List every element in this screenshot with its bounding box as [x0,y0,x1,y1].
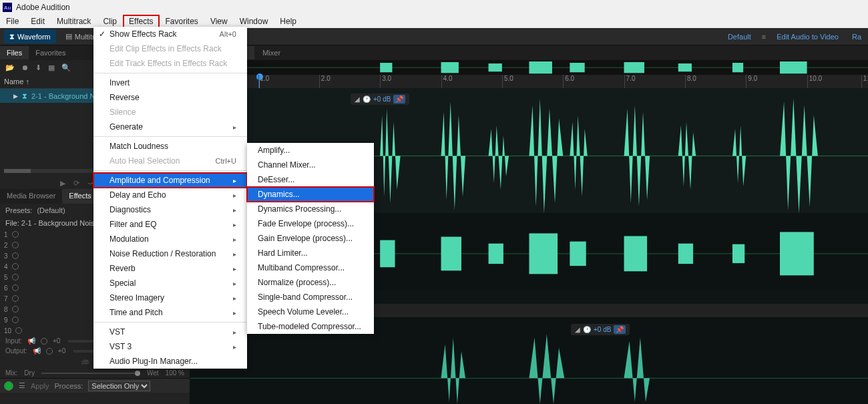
slider-thumb[interactable] [135,371,140,376]
hud-db[interactable]: +0 dB [594,326,611,333]
time-ruler[interactable]: 1.0 2.0 3.0 4.0 5.0 6.0 7.0 8.0 9.0 10.0… [190,75,868,88]
input-value[interactable]: +0 [53,337,60,345]
hud-db[interactable]: +0 dB [373,95,391,103]
submenu-item[interactable]: Gain Envelope (process)... [247,231,374,246]
editor-tabs[interactable]: und Noise.wav Mixer [190,45,868,60]
record-icon[interactable]: ⏺ [21,63,29,71]
power-icon[interactable] [12,231,19,238]
presets-value[interactable]: (Default) [37,206,65,214]
power-icon[interactable] [12,284,19,291]
workspace-trunc[interactable]: Ra [845,33,868,41]
tab-media-browser[interactable]: Media Browser [0,189,62,204]
power-icon[interactable] [41,338,47,345]
overview-strip[interactable] [190,60,868,75]
process-row[interactable]: ☰ Apply Process: Selection Only [0,378,190,393]
menu-help[interactable]: Help [274,15,302,28]
power-icon[interactable] [12,263,19,270]
submenu-item[interactable]: Speech Volume Leveler... [247,305,374,319]
workspace-default[interactable]: Default [721,33,758,41]
power-icon[interactable] [46,348,53,355]
autoplay-icon[interactable]: ⤻ [87,179,93,188]
submenu-item[interactable]: Multiband Compressor... [247,260,374,275]
workspace-edit-av[interactable]: Edit Audio to Video [770,33,845,41]
scroll-thumb[interactable] [4,169,31,173]
fade-icon[interactable]: ◢ [575,326,580,333]
menu-item[interactable]: VST▸ [93,325,247,339]
apply-button[interactable]: Apply [31,382,49,390]
pin-icon[interactable]: 📌 [393,95,405,104]
submenu-item[interactable]: Dynamics... [247,187,374,202]
workspace-menu-icon[interactable]: ≡ [758,33,770,41]
volume-hud[interactable]: ◢ 🕐 +0 dB 📌 [351,93,409,105]
menu-item[interactable]: Delay and Echo▸ [93,188,247,202]
menu-clip[interactable]: Clip [97,15,123,28]
submenu-item[interactable]: Normalize (process)... [247,275,374,290]
submenu-item[interactable]: Dynamics Processing... [247,202,374,216]
menu-item[interactable]: Noise Reduction / Restoration▸ [93,246,247,261]
power-icon[interactable] [12,317,19,323]
menu-item[interactable]: Reverse [93,90,247,105]
clock-icon[interactable]: 🕐 [583,326,591,333]
menu-favorites[interactable]: Favorites [160,15,204,28]
menu-item[interactable]: Amplitude and Compression▸ [93,173,247,188]
menu-edit[interactable]: Edit [25,15,51,28]
submenu-item[interactable]: Single-band Compressor... [247,290,374,305]
menu-item[interactable]: Special▸ [93,276,247,290]
menu-item[interactable]: Match Loudness [93,139,247,154]
grid-icon[interactable]: ▦ [48,63,55,72]
submenu-item[interactable]: Channel Mixer... [247,158,374,172]
search-icon[interactable]: 🔍 [61,63,71,72]
menu-multitrack[interactable]: Multitrack [51,15,97,28]
power-icon[interactable] [12,242,19,248]
import-icon[interactable]: ⬇ [35,63,41,72]
menu-window[interactable]: Window [234,15,274,28]
loop-icon[interactable]: ⟳ [73,179,79,188]
menu-item-label: Noise Reduction / Restoration [110,249,216,258]
output-value[interactable]: +0 [58,347,65,355]
pin-icon[interactable]: 📌 [614,325,626,334]
menubar[interactable]: File Edit Multitrack Clip Effects Favori… [0,15,868,28]
amplitude-submenu[interactable]: Amplify...Channel Mixer...DeEsser...Dyna… [247,143,374,334]
submenu-item[interactable]: Amplify... [247,143,374,158]
menu-item[interactable]: VST 3▸ [93,339,247,354]
menu-item[interactable]: Reverb▸ [93,261,247,276]
disclosure-icon[interactable]: ▶ [13,93,18,99]
menu-item[interactable]: Filter and EQ▸ [93,217,247,232]
submenu-item[interactable]: DeEsser... [247,172,374,187]
menu-view[interactable]: View [204,15,234,28]
menu-item[interactable]: Audio Plug-In Manager... [93,354,247,369]
menu-file[interactable]: File [0,15,25,28]
menu-item[interactable]: Generate▸ [93,120,247,134]
play-icon[interactable]: ▶ [60,179,65,188]
menu-item[interactable]: Time and Pitch▸ [93,305,247,320]
power-icon[interactable] [12,306,19,313]
power-icon[interactable] [12,295,19,302]
open-folder-icon[interactable]: 📂 [5,63,15,72]
mix-slider[interactable] [41,373,140,374]
submenu-item[interactable]: Tube-modeled Compressor... [247,319,374,334]
mix-pct[interactable]: 100 % [166,369,184,377]
mix-row[interactable]: Mix: Dry Wet 100 % [0,368,190,378]
menu-item[interactable]: Stereo Imagery▸ [93,290,247,305]
tab-files[interactable]: Files [0,46,29,59]
menu-item[interactable]: Invert [93,75,247,90]
mode-waveform[interactable]: ⧗Waveform [4,29,56,43]
submenu-item[interactable]: Hard Limiter... [247,246,374,260]
menu-item[interactable]: Show Effects RackAlt+0 [93,27,247,41]
fade-icon[interactable]: ◢ [355,95,360,103]
tab-mixer[interactable]: Mixer [254,46,288,59]
rack-power-icon[interactable] [4,381,13,391]
menu-effects[interactable]: Effects [123,15,159,28]
power-icon[interactable] [12,274,19,280]
list-icon[interactable]: ☰ [19,381,25,390]
volume-hud-bottom[interactable]: ◢ 🕐 +0 dB 📌 [571,324,630,335]
power-icon[interactable] [15,327,22,334]
process-select[interactable]: Selection Only [88,381,150,391]
effects-menu[interactable]: Show Effects RackAlt+0Edit Clip Effects … [93,27,247,369]
clock-icon[interactable]: 🕐 [363,95,371,103]
menu-item[interactable]: Modulation▸ [93,232,247,246]
power-icon[interactable] [12,252,19,259]
menu-item[interactable]: Diagnostics▸ [93,202,247,217]
tab-favorites[interactable]: Favorites [29,46,72,59]
submenu-item[interactable]: Fade Envelope (process)... [247,216,374,231]
